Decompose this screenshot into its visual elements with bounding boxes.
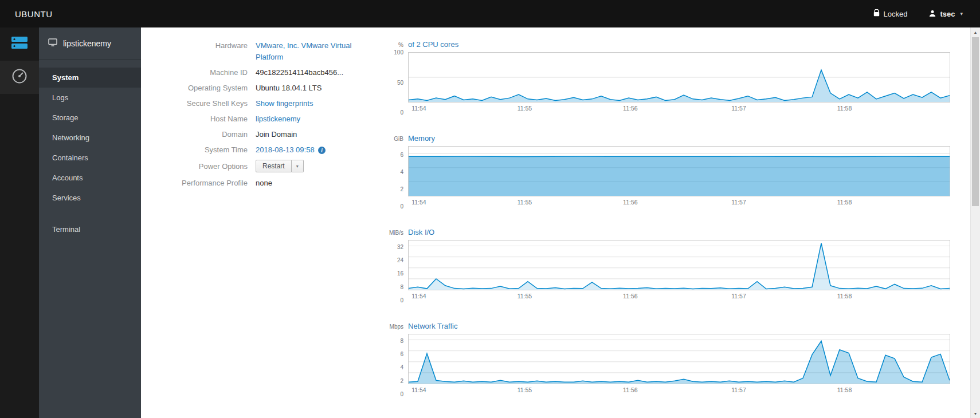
detail-label: Hardware	[158, 40, 256, 52]
chart-y-labels: 02468	[387, 334, 408, 394]
chart-plot[interactable]	[408, 334, 950, 384]
nav-item-terminal[interactable]: Terminal	[39, 219, 141, 239]
machine-id-value: 49c1822514114bacb456...	[256, 67, 343, 78]
user-name: tsec	[940, 10, 955, 18]
nav-item-containers[interactable]: Containers	[39, 148, 141, 168]
detail-label: Power Options	[158, 160, 256, 173]
power-options-button-group: Restart ▾	[256, 160, 304, 172]
chart-unit-label: GiB	[387, 136, 408, 142]
chart-title-disk-io[interactable]: Disk I/O	[408, 228, 434, 236]
side-nav: lipstickenemy System Logs Storage Networ…	[39, 27, 141, 418]
restart-button[interactable]: Restart	[256, 160, 292, 172]
nav-item-label: System	[52, 73, 79, 82]
memory-chart: GiB Memory 0246 11:5411:5511:5611:5711:5…	[387, 134, 950, 206]
nav-item-logs[interactable]: Logs	[39, 88, 141, 108]
chart-x-labels: 11:5411:5511:5611:5711:58	[408, 384, 950, 394]
system-page: Hardware VMware, Inc. VMware Virtual Pla…	[141, 27, 980, 418]
detail-label: Secure Shell Keys	[158, 98, 256, 109]
user-menu-button[interactable]: tsec ▾	[926, 9, 966, 19]
nav-item-storage[interactable]: Storage	[39, 108, 141, 128]
nav-item-label: Storage	[52, 113, 79, 122]
system-details: Hardware VMware, Inc. VMware Virtual Pla…	[158, 40, 387, 418]
detail-row-ssh: Secure Shell Keys Show fingerprints	[158, 98, 387, 109]
nav-item-accounts[interactable]: Accounts	[39, 168, 141, 188]
detail-label: Operating System	[158, 82, 256, 94]
lock-status-label: Locked	[884, 10, 908, 18]
chart-plot[interactable]	[408, 240, 950, 290]
nav-list: System Logs Storage Networking Container…	[39, 68, 141, 239]
scrollbar[interactable]: ▲ ▼	[970, 27, 980, 418]
lock-icon	[873, 9, 880, 18]
detail-row-machine-id: Machine ID 49c1822514114bacb456...	[158, 67, 387, 78]
lock-status-button[interactable]: Locked	[870, 9, 911, 19]
detail-label: Host Name	[158, 113, 256, 125]
chart-x-labels: 11:5411:5511:5611:5711:58	[408, 102, 950, 112]
app-machines-tab[interactable]	[0, 27, 39, 61]
scroll-down-arrow[interactable]: ▼	[971, 409, 980, 418]
hardware-link[interactable]: VMware, Inc. VMware Virtual Platform	[256, 41, 351, 61]
restart-dropdown-caret[interactable]: ▾	[292, 160, 304, 172]
detail-row-os: Operating System Ubuntu 18.04.1 LTS	[158, 82, 387, 94]
app-rail	[0, 27, 39, 418]
os-value: Ubuntu 18.04.1 LTS	[256, 82, 322, 94]
chart-plot[interactable]	[408, 52, 950, 102]
host-name: lipstickenemy	[63, 39, 111, 48]
chevron-down-icon: ▾	[960, 11, 963, 17]
detail-label: Performance Profile	[158, 178, 256, 189]
chart-x-labels: 11:5411:5511:5611:5711:58	[408, 290, 950, 300]
scrollbar-thumb[interactable]	[972, 37, 979, 206]
chart-title-cpu[interactable]: of 2 CPU cores	[408, 40, 458, 49]
chart-y-labels: 08162432	[387, 240, 408, 300]
usage-charts: % of 2 CPU cores 050100 11:5411:5511:561…	[387, 40, 980, 418]
nav-item-label: Accounts	[52, 173, 83, 182]
nav-item-services[interactable]: Services	[39, 188, 141, 208]
detail-label: Domain	[158, 129, 256, 140]
detail-label: System Time	[158, 144, 256, 156]
ssh-fingerprints-link[interactable]: Show fingerprints	[256, 99, 313, 108]
top-bar-actions: Locked tsec ▾	[870, 9, 980, 19]
info-icon[interactable]: i	[318, 147, 326, 154]
server-icon	[11, 36, 28, 53]
performance-profile-value: none	[256, 178, 272, 189]
chart-y-labels: 0246	[387, 146, 408, 206]
chart-unit-label: %	[387, 42, 408, 48]
nav-item-networking[interactable]: Networking	[39, 128, 141, 148]
chart-plot[interactable]	[408, 146, 950, 196]
nav-item-label: Services	[52, 194, 81, 202]
system-time-link[interactable]: 2018-08-13 09:58	[256, 144, 315, 156]
app-dashboard-tab[interactable]	[0, 61, 39, 94]
detail-row-domain: Domain Join Domain	[158, 129, 387, 140]
detail-row-hostname: Host Name lipstickenemy	[158, 113, 387, 125]
chart-title-network[interactable]: Network Traffic	[408, 322, 457, 330]
detail-row-hardware: Hardware VMware, Inc. VMware Virtual Pla…	[158, 40, 387, 63]
chart-unit-label: MiB/s	[387, 230, 408, 236]
detail-row-power: Power Options Restart ▾	[158, 160, 387, 173]
chart-title-memory[interactable]: Memory	[408, 134, 435, 143]
network-traffic-chart: Mbps Network Traffic 02468 11:5411:5511:…	[387, 322, 950, 394]
hostname-link[interactable]: lipstickenemy	[256, 115, 300, 123]
detail-row-profile: Performance Profile none	[158, 178, 387, 189]
gauge-icon	[11, 68, 28, 86]
brand-logo: UBUNTU	[0, 9, 53, 19]
nav-item-label: Logs	[52, 93, 68, 102]
user-icon	[929, 10, 936, 18]
chart-unit-label: Mbps	[387, 324, 408, 330]
nav-item-label: Networking	[52, 133, 89, 142]
nav-item-label: Containers	[52, 153, 88, 162]
chart-x-labels: 11:5411:5511:5611:5711:58	[408, 196, 950, 206]
chart-y-labels: 050100	[387, 52, 408, 112]
cpu-chart: % of 2 CPU cores 050100 11:5411:5511:561…	[387, 40, 950, 112]
host-icon	[48, 38, 57, 48]
svg-text:i: i	[321, 147, 323, 153]
join-domain-link[interactable]: Join Domain	[256, 129, 297, 140]
detail-row-time: System Time 2018-08-13 09:58 i	[158, 144, 387, 156]
nav-item-system[interactable]: System	[39, 68, 141, 88]
nav-item-label: Terminal	[52, 225, 80, 234]
scroll-up-arrow[interactable]: ▲	[971, 27, 980, 37]
disk-io-chart: MiB/s Disk I/O 08162432 11:5411:5511:561…	[387, 228, 950, 300]
host-selector[interactable]: lipstickenemy	[39, 27, 141, 60]
top-bar: UBUNTU Locked tsec ▾	[0, 0, 980, 27]
detail-label: Machine ID	[158, 67, 256, 78]
